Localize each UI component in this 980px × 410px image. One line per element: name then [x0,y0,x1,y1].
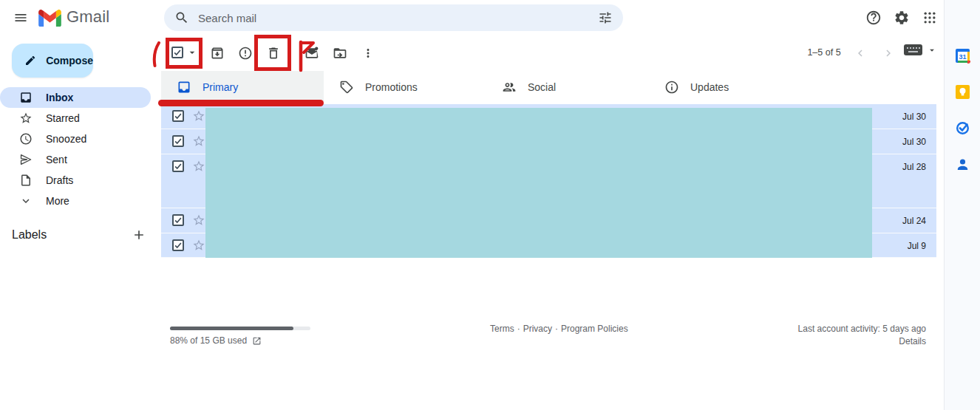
input-tools-icon [904,44,922,55]
storage-meter-fill [170,327,293,330]
tab-primary[interactable]: Primary [161,71,324,103]
move-to-button[interactable] [327,40,353,66]
redacted-email-content-overlay [205,108,872,258]
search-options-icon[interactable] [598,10,613,25]
row-checkbox-checked[interactable] [172,239,184,251]
mark-unread-button[interactable] [299,40,325,66]
terms-link[interactable]: Terms [490,324,514,334]
sidebar-item-more[interactable]: More [0,191,151,211]
report-spam-button[interactable] [232,40,259,66]
checkbox-checked[interactable] [171,47,183,58]
calendar-icon[interactable]: 31 [955,48,970,64]
people-icon [502,80,517,95]
left-navigation: Compose Inbox Starred Snoozed Sent Draft… [0,35,161,410]
search-bar[interactable] [164,4,623,31]
top-app-bar: Gmail [0,0,980,35]
move-to-icon [333,46,347,61]
email-date: Jul 30 [902,137,926,147]
search-input[interactable] [198,12,598,24]
keep-icon[interactable] [955,84,970,100]
row-checkbox-checked[interactable] [172,110,184,122]
gmail-logo-icon [38,10,61,27]
labels-header: Labels [12,228,47,242]
star-toggle-icon[interactable] [192,213,205,227]
tab-updates[interactable]: Updates [649,71,811,103]
privacy-link[interactable]: Privacy [523,324,552,334]
star-icon [19,112,33,125]
row-checkbox-checked[interactable] [172,160,184,172]
create-label-icon[interactable] [132,228,146,242]
star-toggle-icon[interactable] [192,109,205,123]
sidebar-item-drafts[interactable]: Drafts [0,170,151,191]
tab-social[interactable]: Social [486,71,649,103]
sidebar-item-sent[interactable]: Sent [0,149,151,170]
help-icon[interactable] [863,7,884,28]
right-side-panel: 31 [944,0,980,410]
input-tools-caret-icon [927,45,937,55]
email-date: Jul 28 [902,162,926,172]
open-in-new-icon[interactable] [252,336,262,346]
tag-icon [339,80,354,95]
star-toggle-icon[interactable] [192,160,205,173]
pagination-label: 1–5 of 5 [798,47,850,58]
older-page-icon[interactable] [879,44,897,62]
search-icon[interactable] [174,10,189,25]
svg-text:31: 31 [959,53,966,61]
email-date: Jul 30 [902,112,926,122]
mark-unread-icon [304,46,319,61]
program-policies-link[interactable]: Program Policies [561,324,628,334]
send-icon [19,153,33,166]
newer-page-icon[interactable] [851,44,869,62]
compose-button[interactable]: Compose [12,44,93,78]
star-toggle-icon[interactable] [192,134,205,148]
tab-promotions[interactable]: Promotions [324,71,486,103]
delete-button[interactable] [260,40,287,66]
info-icon [664,80,679,95]
email-date: Jul 9 [908,241,926,251]
more-options-icon [361,47,375,60]
clock-icon [19,132,33,146]
archive-icon [210,46,225,61]
inbox-icon [19,91,33,104]
inbox-tabs: Primary Promotions Social Updates [161,71,936,103]
star-toggle-icon[interactable] [192,239,205,252]
chevron-down-icon [19,194,33,208]
google-apps-icon[interactable] [919,7,940,28]
row-checkbox-checked[interactable] [172,214,184,226]
sidebar-item-starred[interactable]: Starred [0,108,151,129]
settings-gear-icon[interactable] [891,7,912,28]
delete-icon [266,46,281,61]
input-tools-button[interactable] [904,44,937,55]
storage-usage[interactable]: 88% of 15 GB used [170,335,262,346]
archive-button[interactable] [204,40,231,66]
tasks-icon[interactable] [955,120,970,136]
sidebar-item-snoozed[interactable]: Snoozed [0,129,151,149]
footer-links: Terms · Privacy · Program Policies [490,324,628,334]
select-all-checkbox[interactable] [171,47,198,58]
details-link[interactable]: Details [899,336,926,346]
app-title: Gmail [67,7,109,27]
main-menu-icon[interactable] [9,6,33,30]
last-account-activity: Last account activity: 5 days ago [798,324,926,334]
draft-icon [19,174,33,187]
report-spam-icon [238,46,253,61]
sidebar-item-inbox[interactable]: Inbox [0,87,151,108]
row-checkbox-checked[interactable] [172,135,184,147]
pencil-icon [24,54,36,67]
primary-tab-icon [177,80,191,95]
select-dropdown-caret-icon[interactable] [186,47,198,58]
compose-label: Compose [46,55,93,66]
more-options-button[interactable] [355,40,381,66]
email-date: Jul 24 [902,216,926,226]
storage-meter [170,327,310,330]
contacts-icon[interactable] [955,157,970,172]
